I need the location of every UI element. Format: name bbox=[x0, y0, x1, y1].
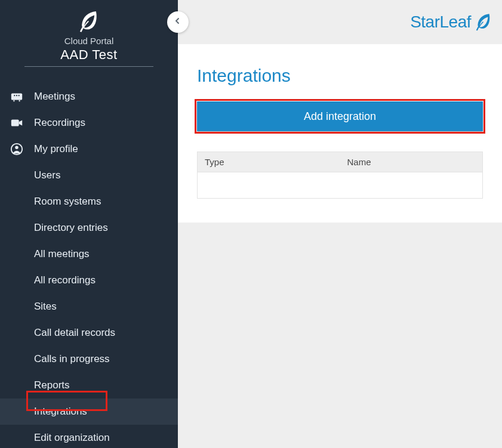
sidebar-item-label: All meetings bbox=[34, 248, 90, 260]
video-projector-icon bbox=[9, 90, 24, 103]
sidebar-item-room-systems[interactable]: Room systems bbox=[0, 189, 178, 215]
chevron-left-icon bbox=[173, 16, 183, 29]
org-name: AAD Test bbox=[24, 47, 153, 63]
main: StarLeaf Integrations Add integration Ty… bbox=[178, 0, 502, 448]
profile-circle-icon bbox=[9, 143, 24, 156]
sidebar-item-meetings[interactable]: Meetings bbox=[0, 84, 178, 110]
sidebar-item-label: Call detail records bbox=[34, 327, 115, 339]
brand-name: StarLeaf bbox=[410, 13, 471, 32]
sidebar-item-recordings[interactable]: Recordings bbox=[0, 110, 178, 136]
sidebar-item-label: Directory entries bbox=[34, 222, 108, 234]
org-name-wrap: AAD Test bbox=[24, 47, 153, 67]
svg-rect-4 bbox=[14, 100, 15, 102]
integrations-table: Type Name bbox=[197, 152, 483, 199]
collapse-sidebar-button[interactable] bbox=[167, 11, 189, 33]
col-type: Type bbox=[198, 152, 340, 172]
svg-point-1 bbox=[14, 95, 15, 96]
sidebar-item-label: Room systems bbox=[34, 196, 101, 208]
sidebar-item-label: Edit organization bbox=[34, 432, 110, 444]
leaf-logo-icon bbox=[76, 8, 101, 35]
sidebar-item-integrations[interactable]: Integrations bbox=[0, 398, 178, 425]
sidebar-item-label: Meetings bbox=[34, 91, 75, 103]
sidebar-item-all-recordings[interactable]: All recordings bbox=[0, 267, 178, 293]
svg-rect-6 bbox=[11, 120, 19, 126]
sidebar-item-label: All recordings bbox=[34, 274, 96, 286]
sidebar-nav: Meetings Recordings My profile Users Roo… bbox=[0, 84, 178, 448]
sidebar-item-label: Recordings bbox=[34, 117, 85, 129]
sidebar-item-my-profile[interactable]: My profile bbox=[0, 136, 178, 162]
sidebar-item-calls-in-progress[interactable]: Calls in progress bbox=[0, 346, 178, 372]
sidebar-item-label: Sites bbox=[34, 301, 57, 313]
add-integration-wrap: Add integration bbox=[197, 101, 483, 131]
table-row-empty bbox=[198, 172, 483, 199]
brand: StarLeaf bbox=[410, 12, 494, 32]
sidebar-item-edit-organization[interactable]: Edit organization bbox=[0, 425, 178, 448]
svg-rect-0 bbox=[11, 94, 22, 100]
content: Integrations Add integration Type Name bbox=[178, 44, 502, 223]
sidebar-item-label: Users bbox=[34, 169, 60, 181]
col-name: Name bbox=[340, 152, 483, 172]
brand-leaf-icon bbox=[473, 12, 494, 32]
sidebar: Cloud Portal AAD Test Meetings Recording… bbox=[0, 0, 178, 448]
sidebar-item-reports[interactable]: Reports bbox=[0, 372, 178, 398]
sidebar-header: Cloud Portal AAD Test bbox=[0, 0, 178, 67]
add-integration-button[interactable]: Add integration bbox=[197, 101, 483, 131]
sidebar-item-label: My profile bbox=[34, 143, 78, 155]
svg-marker-7 bbox=[19, 120, 22, 125]
svg-point-9 bbox=[15, 146, 19, 150]
svg-point-3 bbox=[19, 95, 20, 96]
sidebar-item-label: Reports bbox=[34, 379, 70, 391]
camcorder-icon bbox=[9, 116, 24, 129]
sidebar-item-call-detail-records[interactable]: Call detail records bbox=[0, 320, 178, 346]
svg-point-2 bbox=[16, 95, 17, 96]
sidebar-item-users[interactable]: Users bbox=[0, 162, 178, 189]
svg-rect-5 bbox=[19, 100, 20, 102]
sidebar-item-label: Calls in progress bbox=[34, 353, 110, 365]
sidebar-item-directory-entries[interactable]: Directory entries bbox=[0, 215, 178, 241]
page-title: Integrations bbox=[197, 66, 483, 86]
sidebar-item-all-meetings[interactable]: All meetings bbox=[0, 241, 178, 267]
portal-label: Cloud Portal bbox=[0, 36, 178, 46]
sidebar-item-label: Integrations bbox=[34, 406, 87, 418]
sidebar-item-sites[interactable]: Sites bbox=[0, 293, 178, 320]
topbar: StarLeaf bbox=[178, 0, 502, 44]
